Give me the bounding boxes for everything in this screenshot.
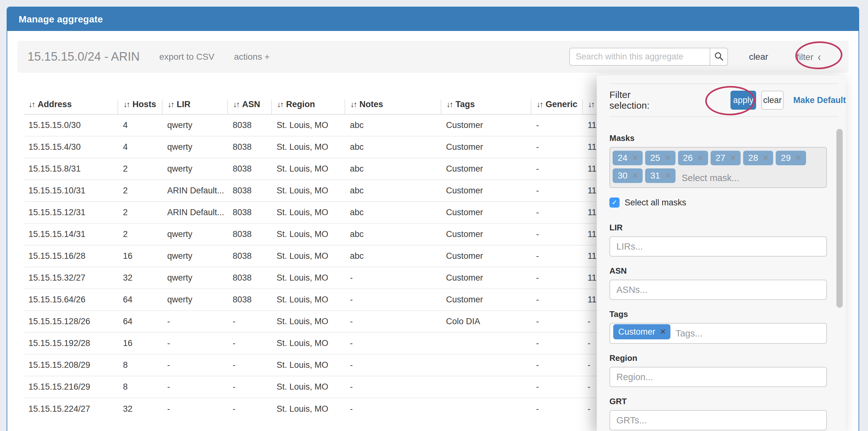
column-header-region[interactable]: ↓↑Region: [272, 100, 345, 114]
column-header-tags[interactable]: ↓↑Tags: [441, 100, 531, 114]
column-header-notes[interactable]: ↓↑Notes: [345, 100, 441, 114]
mask-chip-30[interactable]: 30✕: [613, 168, 643, 183]
remove-chip-icon[interactable]: ✕: [664, 171, 671, 180]
grt-input[interactable]: [610, 410, 827, 430]
remove-chip-icon[interactable]: ✕: [660, 327, 666, 336]
lir-input[interactable]: [610, 236, 827, 257]
cell-asn: 8038: [227, 223, 272, 245]
mask-chip-24[interactable]: 24✕: [613, 151, 643, 165]
tags-input[interactable]: Customer✕ Tags...: [610, 323, 827, 344]
cell-region: St. Louis, MO: [272, 245, 345, 267]
clear-search-link[interactable]: clear: [749, 52, 768, 62]
tag-chip-customer[interactable]: Customer✕: [613, 324, 671, 339]
table-row[interactable]: 15.15.15.192/2816--St. Louis, MO---: [24, 332, 633, 354]
table-row[interactable]: 15.15.15.224/2732--St. Louis, MO---: [24, 398, 633, 420]
column-header-asn[interactable]: ↓↑ASN: [227, 100, 272, 114]
cell-lir: qwerty: [162, 223, 227, 245]
cell-generic: -: [531, 310, 583, 332]
mask-chip-value: 24: [618, 153, 627, 163]
cell-hosts: 16: [118, 332, 162, 354]
mask-chip-25[interactable]: 25✕: [645, 151, 675, 165]
mask-chip-26[interactable]: 26✕: [678, 151, 708, 165]
apply-button[interactable]: apply: [731, 91, 756, 110]
column-header-address[interactable]: ↓↑Address: [24, 100, 118, 114]
table-row[interactable]: 15.15.15.4/304qwerty8038St. Louis, MOabc…: [24, 136, 633, 158]
cell-asn: -: [227, 354, 272, 376]
cell-notes: abc: [345, 114, 441, 136]
table-row[interactable]: 15.15.15.64/2664qwerty8038St. Louis, MO-…: [24, 289, 633, 310]
select-all-masks-label: Select all masks: [625, 198, 686, 208]
sort-icon: ↓↑: [446, 100, 452, 109]
tags-label: Tags: [610, 309, 846, 319]
make-default-link[interactable]: Make Default: [793, 95, 846, 105]
cell-generic: -: [531, 180, 583, 202]
table-row[interactable]: 15.15.15.128/2664--St. Louis, MO-Colo DI…: [24, 310, 633, 332]
cell-lir: qwerty: [162, 158, 227, 180]
remove-chip-icon[interactable]: ✕: [664, 154, 671, 162]
cell-asn: 8038: [227, 202, 272, 223]
mask-chip-27[interactable]: 27✕: [711, 151, 741, 165]
table-row[interactable]: 15.15.15.216/298--St. Louis, MO---: [24, 376, 633, 398]
export-csv-link[interactable]: export to CSV: [159, 52, 214, 62]
table-row[interactable]: 15.15.15.32/2732qwerty8038St. Louis, MO-…: [24, 267, 633, 289]
asn-input[interactable]: [610, 279, 827, 300]
cell-generic: -: [531, 158, 583, 180]
cell-lir: qwerty: [162, 136, 227, 158]
table-row[interactable]: 15.15.15.16/2816qwerty8038St. Louis, MOa…: [24, 245, 633, 267]
cell-lir: ARIN Default...: [162, 180, 227, 202]
clear-filters-button[interactable]: clear: [761, 91, 784, 110]
region-label: Region: [610, 353, 846, 363]
search-input[interactable]: [569, 48, 710, 66]
cell-address: 15.15.15.216/29: [24, 376, 118, 398]
table-row[interactable]: 15.15.15.10/312ARIN Default...8038St. Lo…: [24, 180, 633, 202]
masks-select-box[interactable]: 24✕25✕26✕27✕28✕29✕30✕31✕Select mask...: [610, 147, 827, 188]
remove-chip-icon[interactable]: ✕: [632, 154, 638, 162]
mask-chip-31[interactable]: 31✕: [645, 168, 675, 183]
region-input[interactable]: [610, 367, 827, 387]
cell-address: 15.15.15.64/26: [24, 289, 118, 310]
aggregate-toolbar: 15.15.15.0/24 - ARIN export to CSV actio…: [18, 41, 849, 73]
remove-chip-icon[interactable]: ✕: [763, 154, 769, 162]
cell-notes: -: [345, 332, 441, 354]
sort-icon: ↓↑: [588, 100, 594, 109]
table-row[interactable]: 15.15.15.8/312qwerty8038St. Louis, MOabc…: [24, 158, 633, 180]
column-header-lir[interactable]: ↓↑LIR: [162, 100, 227, 114]
cell-hosts: 16: [118, 245, 162, 267]
column-header-generic[interactable]: ↓↑Generic: [531, 100, 583, 114]
remove-chip-icon[interactable]: ✕: [632, 171, 638, 180]
remove-chip-icon[interactable]: ✕: [730, 154, 736, 162]
cell-tags: Customer: [441, 180, 531, 202]
cell-address: 15.15.15.32/27: [24, 267, 118, 289]
actions-menu[interactable]: actions +: [234, 52, 270, 62]
mask-chip-28[interactable]: 28✕: [743, 151, 773, 165]
cell-generic: -: [531, 223, 583, 245]
cell-address: 15.15.15.10/31: [24, 180, 118, 202]
toolbar-right: clear filter‹: [569, 41, 849, 73]
cell-notes: abc: [345, 202, 441, 223]
search-button[interactable]: [710, 48, 728, 66]
table-row[interactable]: 15.15.15.12/312ARIN Default...8038St. Lo…: [24, 202, 633, 223]
cell-generic: -: [531, 114, 583, 136]
table-header-row: ↓↑Address↓↑Hosts↓↑LIR↓↑ASN↓↑Region↓↑Note…: [24, 100, 633, 114]
remove-chip-icon[interactable]: ✕: [795, 154, 801, 162]
cell-hosts: 4: [118, 136, 162, 158]
cell-lir: -: [162, 310, 227, 332]
table-row[interactable]: 15.15.15.0/304qwerty8038St. Louis, MOabc…: [24, 114, 633, 136]
mask-chip-29[interactable]: 29✕: [776, 151, 806, 165]
column-header-hosts[interactable]: ↓↑Hosts: [118, 100, 162, 114]
cell-region: St. Louis, MO: [272, 114, 345, 136]
table-row[interactable]: 15.15.15.14/312qwerty8038St. Louis, MOab…: [24, 223, 633, 245]
panel-header: Manage aggregate: [7, 7, 859, 31]
remove-chip-icon[interactable]: ✕: [697, 154, 704, 162]
mask-chip-value: 28: [748, 153, 758, 163]
cell-lir: qwerty: [162, 114, 227, 136]
search-icon: [714, 52, 723, 62]
table-row[interactable]: 15.15.15.208/298--St. Louis, MO---: [24, 354, 633, 376]
sidebar-scrollbar-thumb[interactable]: [836, 129, 843, 308]
sort-icon: ↓↑: [123, 100, 129, 109]
cell-address: 15.15.15.12/31: [24, 202, 118, 223]
cell-address: 15.15.15.192/28: [24, 332, 118, 354]
filter-toggle[interactable]: filter‹: [797, 52, 821, 62]
filter-toggle-label: filter: [797, 52, 813, 62]
select-all-masks-checkbox[interactable]: ✓: [610, 198, 620, 208]
